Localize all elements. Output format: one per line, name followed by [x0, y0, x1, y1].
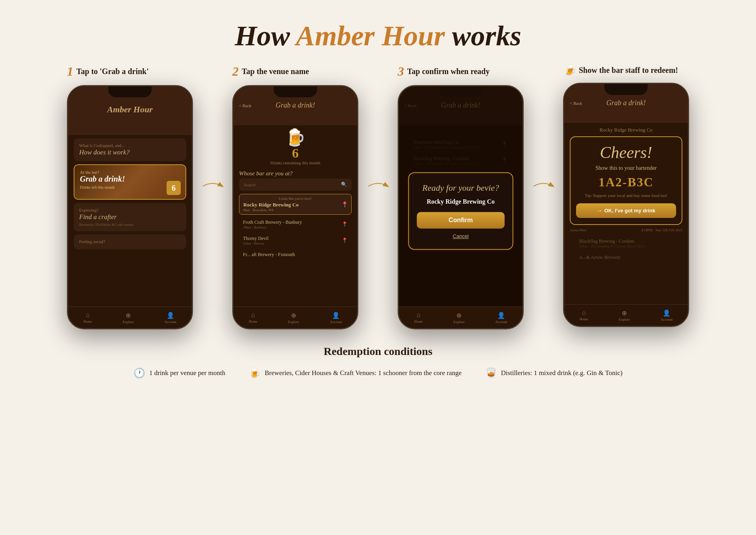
nav4-account[interactable]: 👤 Account: [661, 309, 673, 321]
ok-got-drink-button[interactable]: → OK, I've got my drink: [576, 203, 676, 218]
account-icon-2: 👤: [332, 312, 340, 319]
phone2-highlighted-dist: 0km - Busselton, WA: [243, 208, 347, 212]
nav2-account[interactable]: 👤 Account: [330, 312, 342, 324]
phone-3-screen: < Back Grab a drink! Beachtree Distillin…: [399, 86, 523, 328]
step-1-number: 1: [67, 64, 73, 79]
home-icon: ⌂: [86, 312, 90, 319]
title-amber: Amber Hour: [296, 20, 445, 52]
nav2-home[interactable]: ⌂ Home: [249, 312, 258, 323]
phone2-highlighted-name: Rocky Ridge Brewing Co: [243, 202, 347, 208]
phone2-venue-1-name: Froth Craft Brewery - Bunbury: [243, 219, 302, 225]
phone1-grab-title: Grab a drink!: [80, 175, 180, 184]
phone1-card2-subtitle: Find a crafter: [79, 213, 181, 221]
nav1-explore-label: Explore: [122, 320, 134, 324]
explore-icon: ⊕: [126, 312, 131, 319]
phone1-card2-title: Exploring?: [79, 208, 181, 212]
phone2-drinks-label: Drinks remaining this month: [263, 160, 328, 165]
clock-icon: 🕐: [133, 368, 145, 379]
phone1-card1[interactable]: What is Craftapped, and... How does it w…: [74, 138, 186, 161]
account-icon: 👤: [167, 312, 174, 319]
step-3-number: 3: [398, 64, 404, 79]
arrow-2: [362, 178, 394, 194]
phone1-card2[interactable]: Exploring? Find a crafter Breweries, Dis…: [74, 203, 186, 231]
phone3-confirm-dialog: Ready for your bevie? Rocky Ridge Brewin…: [408, 172, 513, 250]
condition-3-text: Distilleries: 1 mixed drink (e.g. Gin & …: [501, 369, 623, 377]
phone2-venue-2[interactable]: Thorny Devil 31km - Herron 📍: [239, 233, 352, 248]
phone2-highlighted-venue[interactable]: Looks like you're here! Rocky Ridge Brew…: [239, 194, 352, 215]
home-icon-4: ⌂: [582, 309, 586, 316]
cancel-button[interactable]: Cancel: [453, 234, 469, 240]
phone1-card3-title: Feeling social?: [79, 239, 181, 244]
nav1-explore[interactable]: ⊕ Explore: [122, 312, 134, 324]
phone4-tip: Tip: Support your local and buy some foo…: [576, 193, 676, 198]
phone2-search-placeholder: Search: [244, 182, 256, 187]
arrow-right-icon: →: [597, 208, 602, 214]
step-4-header: 🍺 Show the bar staff to redeem!: [559, 64, 693, 76]
home-icon-2: ⌂: [251, 312, 255, 319]
phone4-cheers: Cheers!: [576, 143, 676, 162]
nav3-explore-label: Explore: [453, 320, 465, 324]
redemption-section: Redemption conditions 🕐 1 drink per venu…: [0, 329, 756, 386]
phone1-card3[interactable]: Feeling social?: [74, 234, 186, 249]
phone3-venue-name: Rocky Ridge Brewing Co: [417, 198, 505, 206]
phone4-back[interactable]: < Back: [570, 101, 582, 106]
phone4-code: 1A2-B3C: [576, 175, 676, 189]
phone4-user: Aaron West: [570, 228, 586, 232]
phone3-nav: ⌂ Home ⊕ Explore 👤 Account: [399, 307, 523, 328]
phone4-footer: Aaron West 4:18PM - Sun 12th Feb 2023: [570, 228, 682, 232]
arrow-1: [197, 178, 228, 194]
nav4-home-label: Home: [580, 317, 588, 321]
nav4-home[interactable]: ⌂ Home: [580, 309, 588, 321]
ok-btn-label: OK, I've got my drink: [604, 208, 656, 214]
phone4-bg-venue-2: A...& Arrow Brewery: [575, 252, 677, 263]
page-title: How Amber Hour works: [0, 0, 756, 64]
nav3-account[interactable]: 👤 Account: [495, 312, 508, 324]
nav3-explore[interactable]: ⊕ Explore: [453, 312, 465, 324]
phone3-ready-text: Ready for your bevie?: [417, 182, 505, 194]
step-4: 🍺 Show the bar staff to redeem! < Back G…: [559, 64, 693, 327]
step-1-header: 1 Tap to 'Grab a drink': [63, 64, 197, 79]
nav3-home[interactable]: ⌂ Home: [414, 312, 423, 323]
phone-1-screen: Amber Hour What is Craftapped, and... Ho…: [68, 86, 192, 328]
title-works: works: [445, 20, 521, 52]
step-2: 2 Tap the venue name < Back Grab a drink…: [228, 64, 362, 329]
home-icon-3: ⌂: [417, 312, 421, 319]
nav4-explore[interactable]: ⊕ Explore: [619, 309, 630, 321]
nav4-explore-label: Explore: [619, 318, 630, 321]
confirm-button[interactable]: Confirm: [417, 212, 505, 229]
nav2-explore[interactable]: ⊕ Explore: [288, 312, 299, 324]
phone-2: < Back Grab a drink! 🍺 6 Drinks remainin…: [232, 85, 358, 329]
condition-1: 🕐 1 drink per venue per month: [133, 368, 225, 379]
nav2-explore-label: Explore: [288, 320, 299, 324]
beer-glass-icon: 🍺: [285, 129, 306, 146]
nav1-home[interactable]: ⌂ Home: [83, 312, 92, 323]
phone2-venue-3[interactable]: Fr... aft Brewery - Fxmouth: [239, 249, 352, 260]
phone-3: < Back Grab a drink! Beachtree Distillin…: [398, 85, 524, 329]
phone4-nav: ⌂ Home ⊕ Explore 👤 Account: [564, 304, 688, 326]
phone4-title: Grab a drink!: [606, 99, 646, 107]
redemption-conditions: 🕐 1 drink per venue per month 🍺 Brewerie…: [0, 368, 756, 379]
phone2-whose-bar: Whose bar are you at?: [233, 167, 357, 178]
beer-icon-condition: 🍺: [249, 368, 261, 379]
phone2-venue-2-name: Thorny Devil: [243, 236, 269, 241]
phone2-drinks-number: 6: [292, 146, 299, 160]
search-icon: 🔍: [341, 182, 347, 188]
phone2-venue-1[interactable]: Froth Craft Brewery - Bunbury 18km - Bun…: [239, 217, 352, 232]
phone-1: Amber Hour What is Craftapped, and... Ho…: [67, 85, 193, 329]
phone4-cheers-box: Cheers! Show this to your bartender 1A2-…: [570, 136, 682, 225]
nav3-home-label: Home: [414, 320, 423, 323]
phone1-card2-small: Breweries, Distilleries & Craft venues: [79, 223, 181, 227]
phone2-pin-icon: 📍: [341, 201, 348, 208]
title-how: How: [235, 20, 296, 52]
nav1-home-label: Home: [83, 320, 92, 323]
nav1-account[interactable]: 👤 Account: [165, 312, 177, 324]
phone1-grab-card[interactable]: At the bar? Grab a drink! Drinks left th…: [74, 164, 186, 200]
redemption-title: Redemption conditions: [0, 345, 756, 358]
step-1-label: Tap to 'Grab a drink': [76, 67, 149, 76]
phone2-back[interactable]: < Back: [239, 103, 252, 108]
phone-4: < Back Grab a drink! Rocky Ridge Brewing…: [563, 83, 689, 327]
phone2-search[interactable]: Search 🔍: [239, 178, 352, 191]
phone2-venue-2-dist: 31km - Herron: [243, 241, 269, 245]
nav2-home-label: Home: [249, 320, 258, 323]
phone2-title: Grab a drink!: [276, 101, 315, 110]
